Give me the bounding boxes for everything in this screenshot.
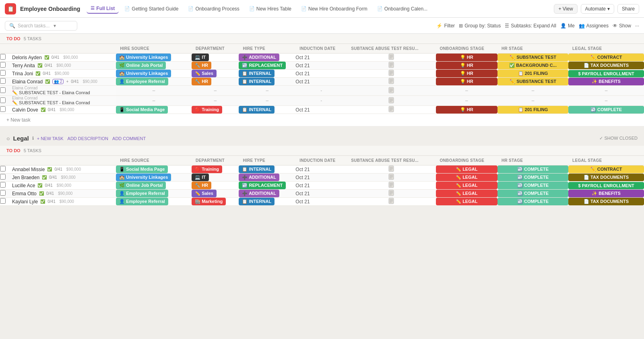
task-name-container: Deloris Ayden ✅ 0/41 $90,000 [12, 55, 116, 60]
department-badge: 🔧 HR [192, 62, 211, 69]
subtask-container: Elaina Conrad ✏️ SUBSTANCE TEST - Elaina… [12, 96, 116, 105]
row-checkbox[interactable] [0, 198, 6, 204]
row-checkbox[interactable] [0, 78, 6, 84]
subtasks-button[interactable]: ☰ Subtasks: Expand All [505, 23, 556, 29]
substance-cell [347, 174, 436, 182]
add-comment-action[interactable]: ADD COMMENT [112, 136, 146, 141]
tab-onboarding-form[interactable]: 📄 New Hire Onboarding Form [297, 4, 372, 13]
onboarding-stage-cell: ✏️ LEGAL [436, 182, 497, 190]
tab-new-hires-table[interactable]: 📄 New Hires Table [245, 4, 295, 13]
new-task-action[interactable]: + NEW TASK [37, 136, 64, 141]
group-by-button[interactable]: ⊞ Group by: Status [459, 23, 501, 29]
hr-stage-cell: ↩️ COMPLETE [497, 190, 568, 198]
hr-stage-cell: 📋 201 FILING [497, 70, 568, 78]
app-title: Employee Onboarding [20, 6, 80, 12]
hr-stage-badge: ↩️ COMPLETE [497, 190, 568, 197]
task-name-container: Jen Braeden ✅ 0/41 $90,000 [12, 175, 116, 180]
assignees-button[interactable]: 👥 Assignees [579, 23, 609, 29]
tab-onboarding-cal[interactable]: 📄 Onboarding Calen... [373, 4, 431, 13]
legal-stage-cell: ✨ BENEFITS [568, 190, 644, 198]
hr-stage-badge: 📋 201 FILING [497, 70, 568, 77]
filter-button[interactable]: ⚡ Filter [436, 23, 455, 29]
more-button[interactable]: ··· [635, 23, 639, 29]
subtask-row: Elaina Conrad ✏️ SUBSTANCE TEST - Elaina… [0, 86, 644, 96]
task-check-icon: ✅ [44, 55, 49, 60]
legal-stage-badge: $ PAYROLL ENROLLMENT [568, 70, 644, 77]
share-button[interactable]: Share [617, 4, 639, 14]
row-checkbox[interactable] [0, 166, 6, 172]
subtask-name-cell: Elaina Conrad ✏️ SUBSTANCE TEST - Elaina… [12, 86, 116, 96]
subtask-link[interactable]: 👥 2 [52, 79, 64, 84]
hire-type-cell: 📋 INTERNAL [239, 165, 295, 174]
add-subtask-icon[interactable]: + [66, 79, 68, 84]
me-button[interactable]: 👤 Me [560, 23, 575, 29]
hire-type-cell: ↩️ REPLACEMENT [239, 62, 295, 70]
hr-stage-cell: 📋 201 FILING [497, 106, 568, 114]
legal-group-title: Legal [13, 135, 29, 142]
task-name-container: Terry Anita ✅ 0/41 $90,000 [12, 63, 116, 68]
tab-onboarding-process-icon: 📄 [188, 6, 194, 11]
substance-cell [347, 54, 436, 62]
onboarding-stage-cell: ✏️ LEGAL [436, 174, 497, 182]
subtask-department: – [192, 96, 239, 106]
row-checkbox[interactable] [0, 190, 6, 196]
row-checkbox[interactable] [0, 54, 6, 60]
subtask-name-label: ✏️ SUBSTANCE TEST - Elaina Conrad [12, 90, 116, 95]
show-button[interactable]: 👁 Show [613, 23, 631, 29]
new-task-button[interactable]: + New task [0, 114, 644, 126]
task-subtask-count: 0/41 [71, 79, 78, 84]
department-cell: 🔴 Training [192, 106, 239, 114]
substance-cell [347, 62, 436, 70]
add-view-button[interactable]: + View [554, 4, 577, 14]
add-description-action[interactable]: ADD DESCRIPTION [68, 136, 108, 141]
chevron-down-icon: ▾ [607, 6, 610, 12]
tab-full-list[interactable]: ☰ Full List [87, 4, 119, 14]
substance-cell [347, 198, 436, 206]
induction-date-cell: Oct 21 [295, 198, 347, 206]
task-check-icon: ✅ [37, 63, 42, 68]
legal-stage-cell: ✏️ CONTRACT [568, 54, 644, 62]
department-badge: 💻 IT [192, 54, 209, 61]
tab-onboarding-process[interactable]: 📄 Onboarding Process [184, 4, 243, 13]
onboarding-stage-badge: 💡 HR [436, 70, 497, 77]
task-subtask-count: 0/41 [54, 167, 62, 172]
row-checkbox[interactable] [0, 62, 6, 68]
row-checkbox[interactable] [0, 106, 6, 112]
tab-getting-started[interactable]: 📄 Getting Started Guide [120, 4, 182, 13]
automate-button[interactable]: Automate ▾ [581, 4, 614, 14]
hr-stage-badge: 📋 201 FILING [497, 106, 568, 114]
show-closed-button[interactable]: ✓ SHOW CLOSED [599, 136, 638, 141]
subtask-checkbox[interactable] [0, 87, 6, 93]
row-checkbox-cell [0, 190, 12, 198]
task-check-icon: ✅ [40, 199, 45, 204]
row-name-cell: Terry Anita ✅ 0/41 $90,000 [12, 62, 116, 70]
task-name: Lucille Ace [12, 183, 35, 188]
induction-date: Oct 21 [295, 183, 310, 188]
legal-stage-badge: ✏️ CONTRACT [568, 165, 644, 173]
subtask-legal: – [568, 96, 644, 106]
tab-getting-started-icon: 📄 [124, 6, 130, 11]
onboarding-stage-cell: ✏️ LEGAL [436, 190, 497, 198]
task-check-icon: ✅ [47, 167, 52, 172]
row-checkbox[interactable] [0, 70, 6, 76]
onboarding-stage-badge: 💡 HR [436, 106, 497, 114]
legal-table: HIRE SOURCE DEPARTMENT HIRE TYPE INDUCTI… [0, 156, 644, 206]
onboarding-stage-badge: ✏️ LEGAL [436, 198, 497, 205]
search-box[interactable]: 🔍 Search tasks... ▾ [5, 21, 77, 31]
onboarding-stage-badge: ✏️ LEGAL [436, 190, 497, 197]
legal-stage-cell: 📄 TAX DOCUMENTS [568, 198, 644, 206]
legal-stage-badge: 📄 TAX DOCUMENTS [568, 198, 644, 205]
legal-stage-badge: $ PAYROLL ENROLLMENT [568, 182, 644, 189]
legal-stage-cell: ✨ BENEFITS [568, 78, 644, 86]
legal-col-onboarding: ONBOARDING STAGE [436, 156, 497, 165]
row-checkbox[interactable] [0, 174, 6, 180]
subtask-checkbox[interactable] [0, 97, 6, 103]
collapse-icon[interactable]: ○ [6, 135, 10, 142]
row-checkbox[interactable] [0, 182, 6, 188]
row-name-cell: Annabel Missie ✅ 0/41 $90,000 [12, 165, 116, 174]
hire-source-cell: 👤 Employee Referral [116, 198, 192, 206]
hr-stage-cell: ↩️ COMPLETE [497, 165, 568, 174]
legal-stage-badge: ↩️ COMPLETE [568, 106, 644, 114]
department-cell: 💻 IT [192, 174, 239, 182]
task-dollar: $90,000 [63, 55, 78, 60]
